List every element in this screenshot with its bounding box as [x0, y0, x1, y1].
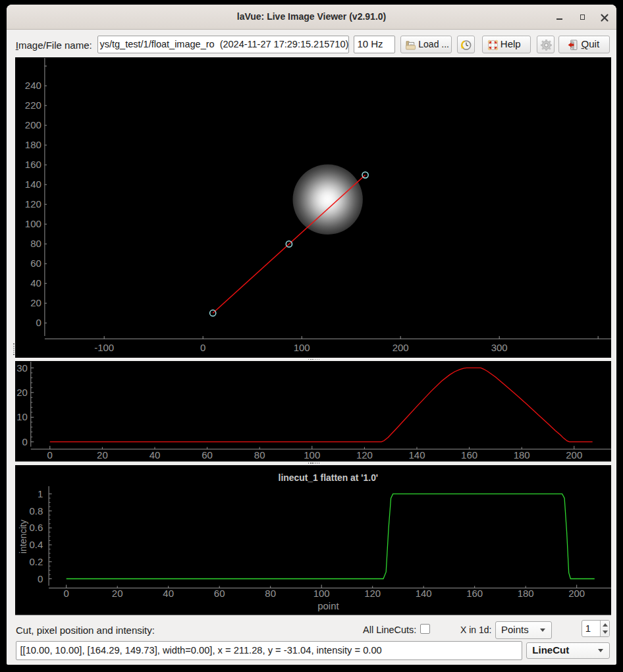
svg-text:140: 140 — [408, 449, 425, 461]
svg-text:140: 140 — [24, 179, 41, 190]
svg-text:0: 0 — [36, 317, 41, 328]
svg-text:80: 80 — [265, 588, 276, 599]
svg-text:80: 80 — [30, 238, 41, 249]
svg-text:240: 240 — [24, 80, 41, 91]
svg-text:20: 20 — [30, 297, 41, 308]
svg-text:0.4: 0.4 — [29, 539, 43, 550]
svg-text:0: 0 — [22, 436, 27, 447]
svg-text:20: 20 — [111, 588, 122, 599]
svg-text:140: 140 — [415, 588, 431, 599]
svg-text:40: 40 — [163, 588, 174, 599]
svg-text:120: 120 — [24, 198, 41, 210]
svg-text:120: 120 — [356, 449, 372, 461]
svg-text:80: 80 — [254, 449, 265, 461]
svg-text:220: 220 — [24, 99, 41, 111]
svg-text:200: 200 — [568, 588, 585, 599]
svg-text:60: 60 — [202, 449, 213, 461]
svg-text:60: 60 — [30, 258, 41, 269]
svg-text:200: 200 — [392, 342, 408, 353]
svg-text:30: 30 — [16, 362, 28, 374]
svg-text:0.6: 0.6 — [29, 522, 43, 533]
svg-text:20: 20 — [16, 387, 28, 398]
svg-text:160: 160 — [466, 588, 483, 599]
svg-text:0: 0 — [38, 573, 43, 584]
svg-text:40: 40 — [30, 277, 41, 289]
svg-text:20: 20 — [97, 449, 108, 461]
svg-text:point: point — [317, 600, 339, 611]
svg-text:0.2: 0.2 — [29, 556, 43, 567]
svg-text:intencity: intencity — [18, 520, 28, 553]
svg-text:0: 0 — [200, 342, 205, 353]
svg-text:160: 160 — [461, 449, 477, 461]
svg-text:0: 0 — [47, 449, 52, 461]
svg-text:180: 180 — [513, 449, 529, 461]
svg-text:0.8: 0.8 — [29, 505, 43, 517]
svg-text:120: 120 — [364, 588, 381, 599]
svg-text:linecut_1 flatten at '1.0': linecut_1 flatten at '1.0' — [278, 472, 378, 483]
svg-text:40: 40 — [149, 449, 160, 461]
svg-text:100: 100 — [313, 588, 329, 599]
svg-text:160: 160 — [24, 159, 41, 170]
svg-text:0: 0 — [63, 588, 68, 599]
svg-text:100: 100 — [293, 342, 310, 353]
svg-text:10: 10 — [16, 411, 28, 422]
svg-text:200: 200 — [566, 449, 582, 461]
svg-text:200: 200 — [24, 119, 41, 130]
svg-text:100: 100 — [304, 449, 320, 461]
svg-text:-100: -100 — [94, 342, 114, 353]
svg-text:180: 180 — [517, 588, 533, 599]
svg-text:60: 60 — [213, 588, 225, 599]
svg-text:300: 300 — [491, 342, 507, 353]
svg-text:100: 100 — [24, 218, 41, 229]
svg-text:1: 1 — [38, 488, 43, 499]
svg-text:180: 180 — [24, 139, 41, 150]
